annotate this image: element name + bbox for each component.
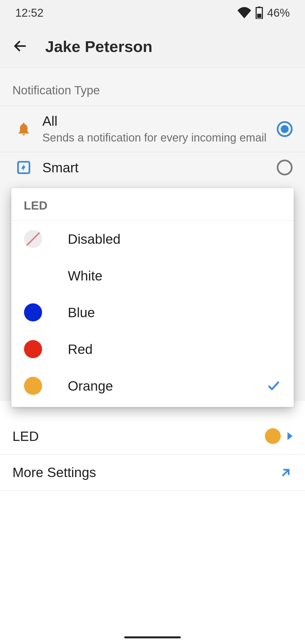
color-swatch-blue — [24, 303, 42, 321]
chevron-right-icon — [287, 432, 293, 440]
led-option-orange[interactable]: Orange — [11, 367, 294, 404]
app-bar: Jake Peterson — [0, 25, 305, 68]
open-external-icon — [279, 466, 293, 479]
svg-rect-2 — [257, 14, 262, 18]
led-option-disabled[interactable]: Disabled — [11, 221, 294, 257]
led-option-label: Orange — [68, 378, 241, 394]
gesture-nav-handle[interactable] — [124, 636, 181, 638]
led-option-blue[interactable]: Blue — [11, 294, 294, 331]
wifi-icon — [237, 7, 251, 18]
color-swatch-orange — [24, 377, 42, 395]
color-swatch-red — [24, 340, 42, 358]
led-option-label: Red — [68, 341, 281, 357]
status-time: 12:52 — [15, 6, 43, 19]
row-led-label: LED — [12, 428, 39, 444]
disabled-icon — [24, 230, 42, 248]
led-option-label: Blue — [68, 305, 281, 320]
back-button[interactable] — [10, 36, 30, 58]
page-title: Jake Peterson — [45, 37, 152, 56]
led-option-red[interactable]: Red — [11, 331, 294, 367]
led-picker-dialog: LED Disabled White Blue Red Orange — [11, 188, 294, 407]
led-current-color-swatch — [265, 428, 281, 444]
row-led[interactable]: LED — [0, 418, 305, 454]
dialog-title: LED — [11, 188, 294, 221]
row-more-settings[interactable]: More Settings — [0, 454, 305, 491]
led-option-white[interactable]: White — [11, 257, 294, 294]
battery-icon — [255, 6, 263, 19]
led-option-label: Disabled — [68, 231, 281, 247]
check-icon — [266, 379, 281, 393]
status-right: 46% — [237, 6, 290, 19]
led-option-label: White — [68, 268, 281, 284]
arrow-left-icon — [12, 38, 28, 54]
status-bar: 12:52 46% — [0, 0, 305, 25]
battery-percent: 46% — [267, 6, 290, 19]
row-more-settings-label: More Settings — [12, 465, 96, 480]
